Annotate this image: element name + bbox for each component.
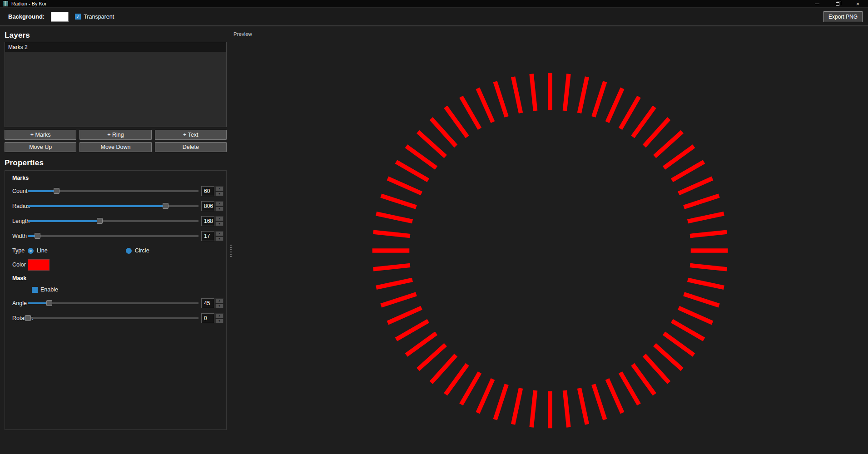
type-label: Type: [8, 247, 28, 254]
length-row: Length 168 ▲ ▼: [8, 216, 223, 226]
spin-up-button[interactable]: ▲: [215, 216, 223, 221]
spin-up-button[interactable]: ▲: [215, 231, 223, 236]
toolbar: Background: ✓ Transparent Export PNG: [0, 8, 868, 26]
preview-canvas: [233, 26, 868, 453]
restore-button[interactable]: [827, 0, 848, 7]
mask-enable-row: Enable: [8, 286, 223, 293]
layer-item-marks-2[interactable]: Marks 2: [5, 42, 226, 52]
count-slider[interactable]: [28, 188, 198, 194]
type-option-line[interactable]: Line: [28, 247, 48, 254]
width-label: Width: [8, 233, 28, 239]
spin-up-button[interactable]: ▲: [215, 298, 223, 303]
angle-slider[interactable]: [28, 300, 198, 306]
mask-enable-label: Enable: [40, 286, 58, 293]
type-option-circle[interactable]: Circle: [126, 247, 149, 254]
angle-numbox: 45 ▲ ▼: [201, 298, 223, 308]
add-text-button[interactable]: + Text: [155, 130, 227, 140]
close-button[interactable]: ×: [848, 0, 868, 7]
angle-label: Angle: [8, 300, 28, 306]
count-spinner: ▲ ▼: [215, 186, 223, 196]
close-icon: ×: [856, 1, 860, 7]
circle-radio-label: Circle: [135, 247, 149, 254]
rotation-slider[interactable]: [28, 315, 198, 321]
slider-fill: [28, 190, 56, 192]
minimize-icon: [815, 4, 819, 4]
marks-group-label: Marks: [8, 175, 223, 181]
move-down-button[interactable]: Move Down: [79, 142, 151, 152]
slider-fill: [28, 220, 99, 222]
export-png-button[interactable]: Export PNG: [823, 11, 863, 22]
width-value[interactable]: 17: [201, 231, 214, 241]
spin-down-button[interactable]: ▼: [215, 319, 223, 324]
slider-fill: [28, 302, 49, 304]
width-slider[interactable]: [28, 233, 198, 239]
spin-down-button[interactable]: ▼: [215, 207, 223, 212]
line-radio-label: Line: [37, 247, 48, 254]
radius-row: Radius 806 ▲ ▼: [8, 201, 223, 211]
length-label: Length: [8, 218, 28, 224]
length-numbox: 168 ▲ ▼: [201, 216, 223, 226]
line-radio[interactable]: [28, 248, 34, 254]
radius-slider[interactable]: [28, 203, 198, 209]
color-label: Color: [8, 262, 28, 268]
preview-area: Preview: [233, 26, 868, 453]
slider-fill: [28, 205, 165, 207]
mask-group-label: Mask: [8, 275, 223, 281]
restore-icon: [836, 2, 839, 6]
rotation-value[interactable]: 0: [201, 313, 214, 323]
add-ring-button[interactable]: + Ring: [79, 130, 151, 140]
slider-track[interactable]: [28, 317, 198, 319]
length-value[interactable]: 168: [201, 216, 214, 226]
width-row: Width 17 ▲ ▼: [8, 231, 223, 241]
delete-button[interactable]: Delete: [155, 142, 227, 152]
layers-list[interactable]: Marks 2: [5, 42, 227, 127]
circle-radio[interactable]: [126, 248, 132, 254]
slider-thumb[interactable]: [35, 233, 40, 239]
slider-thumb[interactable]: [163, 203, 169, 209]
background-label: Background:: [8, 13, 45, 20]
width-spinner: ▲ ▼: [215, 231, 223, 241]
radius-label: Radius: [8, 203, 28, 209]
slider-thumb[interactable]: [97, 218, 103, 224]
mark-color-swatch[interactable]: [28, 259, 50, 271]
add-marks-button[interactable]: + Marks: [5, 130, 76, 140]
spin-up-button[interactable]: ▲: [215, 186, 223, 191]
mask-enable-checkbox[interactable]: [32, 287, 38, 293]
type-row: Type Line Circle: [8, 247, 223, 254]
length-slider[interactable]: [28, 218, 198, 224]
radius-spinner: ▲ ▼: [215, 201, 223, 211]
left-panel: Layers Marks 2 + Marks + Ring + Text Mov…: [0, 26, 229, 453]
check-icon: ✓: [76, 15, 79, 19]
radius-numbox: 806 ▲ ▼: [201, 201, 223, 211]
spin-down-button[interactable]: ▼: [215, 237, 223, 242]
splitter-grip-icon: [230, 245, 232, 257]
background-color-swatch[interactable]: [51, 12, 69, 22]
spin-up-button[interactable]: ▲: [215, 201, 223, 206]
slider-thumb[interactable]: [25, 315, 31, 321]
count-numbox: 60 ▲ ▼: [201, 186, 223, 196]
width-numbox: 17 ▲ ▼: [201, 231, 223, 241]
count-value[interactable]: 60: [201, 186, 214, 196]
length-spinner: ▲ ▼: [215, 216, 223, 226]
spin-down-button[interactable]: ▼: [215, 192, 223, 197]
minimize-button[interactable]: [807, 0, 827, 7]
rotation-row: Rotation 0 ▲ ▼: [8, 313, 223, 323]
slider-thumb[interactable]: [54, 188, 60, 194]
panel-splitter[interactable]: [229, 26, 233, 453]
slider-track[interactable]: [28, 302, 198, 304]
radius-value[interactable]: 806: [201, 201, 214, 211]
spin-up-button[interactable]: ▲: [215, 313, 223, 318]
count-label: Count: [8, 188, 28, 194]
slider-thumb[interactable]: [46, 300, 52, 306]
app-icon: [3, 1, 8, 6]
slider-track[interactable]: [28, 235, 198, 237]
spin-down-button[interactable]: ▼: [215, 222, 223, 227]
properties-group: Marks Count 60 ▲ ▼ Rad: [5, 170, 227, 430]
move-up-button[interactable]: Move Up: [5, 142, 76, 152]
spin-down-button[interactable]: ▼: [215, 304, 223, 309]
angle-value[interactable]: 45: [201, 298, 214, 308]
transparent-label: Transparent: [84, 14, 114, 20]
layers-heading: Layers: [5, 31, 229, 40]
color-row: Color: [8, 259, 223, 271]
transparent-checkbox[interactable]: ✓: [75, 14, 81, 20]
